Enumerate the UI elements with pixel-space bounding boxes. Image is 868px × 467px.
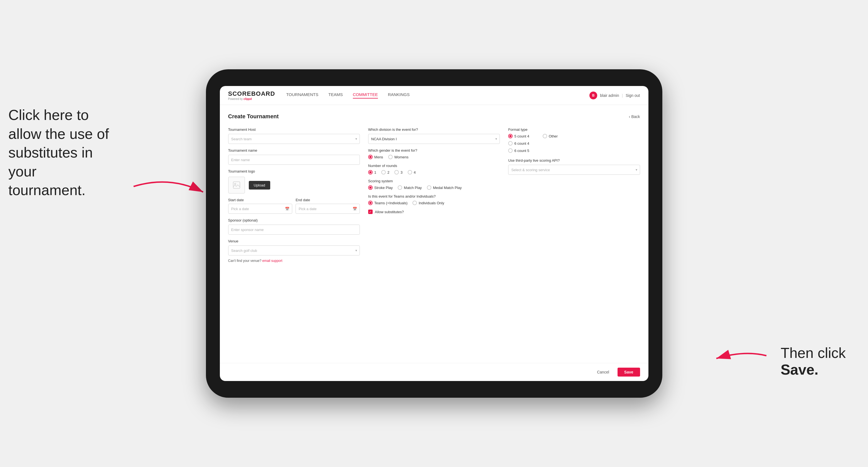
app-logo: SCOREBOARD Powered by clippd [228, 90, 275, 100]
format-other-radio[interactable] [543, 134, 547, 138]
division-select-wrapper: NCAA Division I ▾ [368, 134, 500, 144]
gender-mens[interactable]: Mens [368, 155, 383, 159]
scoring-stroke-label: Stroke Play [374, 186, 393, 190]
rounds-1-radio[interactable] [368, 170, 373, 175]
rounds-3[interactable]: 3 [394, 170, 402, 175]
user-name: blair admin [600, 93, 619, 98]
tournament-host-input[interactable] [228, 134, 360, 144]
svg-point-3 [234, 183, 236, 185]
gender-mens-radio[interactable] [368, 155, 373, 159]
start-date-label: Start date [228, 198, 292, 202]
tournament-name-group: Tournament name [228, 148, 360, 165]
rounds-3-label: 3 [400, 170, 402, 175]
allow-substitutes-group: Allow substitutes? [368, 210, 500, 214]
page-header: Create Tournament ‹ Back [228, 113, 640, 120]
nav-tournaments[interactable]: TOURNAMENTS [286, 92, 318, 98]
start-date-group: Start date 📅 [228, 198, 292, 214]
nav-teams[interactable]: TEAMS [329, 92, 343, 98]
format-other[interactable]: Other [543, 134, 558, 138]
rounds-4-radio[interactable] [408, 170, 412, 175]
upload-button[interactable]: Upload [249, 181, 270, 189]
scoring-api-wrapper: Select & scoring service ▾ [508, 165, 640, 175]
page-content: Create Tournament ‹ Back Tournament Host… [220, 105, 648, 363]
event-teams-radio[interactable] [368, 201, 373, 205]
venue-input[interactable] [228, 246, 360, 255]
allow-substitutes-checkbox[interactable] [368, 210, 373, 214]
nav-committee[interactable]: COMMITTEE [353, 92, 378, 98]
date-group: Start date 📅 End date 📅 [228, 198, 360, 214]
sponsor-input[interactable] [228, 225, 360, 235]
scoring-medal-label: Medal Match Play [433, 186, 462, 190]
rounds-2-radio[interactable] [381, 170, 386, 175]
scoring-medal-radio[interactable] [427, 185, 431, 190]
gender-group: Which gender is the event for? Mens Wome… [368, 148, 500, 159]
allow-substitutes-label: Allow substitutes? [375, 210, 404, 214]
logo-powered: Powered by clippd [228, 97, 275, 100]
scoring-system-label: Scoring system [368, 179, 500, 183]
gender-womens-radio[interactable] [388, 155, 393, 159]
tournament-name-input[interactable] [228, 155, 360, 165]
cancel-button[interactable]: Cancel [592, 368, 614, 377]
scoring-radio-group: Stroke Play Match Play Medal Match Play [368, 185, 500, 190]
format-options: 5 count 4 Other 6 count 4 [508, 134, 640, 153]
event-teams[interactable]: Teams (+Individuals) [368, 201, 408, 205]
image-icon [232, 181, 241, 189]
format-6count4[interactable]: 6 count 4 [508, 141, 640, 146]
nav-rankings[interactable]: RANKINGS [388, 92, 410, 98]
tablet-screen: SCOREBOARD Powered by clippd TOURNAMENTS… [220, 86, 648, 381]
scoring-stroke-radio[interactable] [368, 185, 373, 190]
form-column-1: Tournament Host ▾ Tournament name Tourna… [228, 127, 360, 263]
rounds-4-label: 4 [414, 170, 416, 175]
sponsor-group: Sponsor (optional) [228, 218, 360, 235]
end-date-input[interactable] [296, 204, 360, 214]
end-date-wrapper: 📅 [296, 204, 360, 214]
tournament-name-label: Tournament name [228, 148, 360, 153]
rounds-1[interactable]: 1 [368, 170, 376, 175]
format-6count4-radio[interactable] [508, 141, 513, 146]
scoring-match-radio[interactable] [398, 185, 402, 190]
rounds-3-radio[interactable] [394, 170, 399, 175]
division-group: Which division is the event for? NCAA Di… [368, 127, 500, 144]
gender-label: Which gender is the event for? [368, 148, 500, 153]
scoring-stroke-play[interactable]: Stroke Play [368, 185, 393, 190]
logo-scoreboard: SCOREBOARD [228, 90, 275, 97]
format-5count4-label: 5 count 4 [514, 134, 529, 138]
annotation-left: Click here to allow the use of substitut… [8, 106, 114, 200]
start-date-input[interactable] [228, 204, 292, 214]
format-6count5-radio[interactable] [508, 148, 513, 153]
navigation: SCOREBOARD Powered by clippd TOURNAMENTS… [220, 86, 648, 105]
tournament-host-group: Tournament Host ▾ [228, 127, 360, 144]
tablet-device: SCOREBOARD Powered by clippd TOURNAMENTS… [206, 69, 662, 398]
event-teams-label: Teams (+Individuals) [374, 201, 408, 205]
format-5count4[interactable]: 5 count 4 [508, 134, 529, 138]
start-date-wrapper: 📅 [228, 204, 292, 214]
scoring-medal-match[interactable]: Medal Match Play [427, 185, 462, 190]
format-type-label: Format type [508, 127, 640, 132]
save-button[interactable]: Save [618, 368, 640, 377]
sign-out-link[interactable]: Sign out [626, 93, 640, 98]
scoring-api-select[interactable]: Select & scoring service [508, 165, 640, 175]
scoring-system-group: Scoring system Stroke Play Match Play [368, 179, 500, 190]
rounds-1-label: 1 [374, 170, 376, 175]
logo-placeholder [228, 177, 245, 193]
allow-substitutes-checkbox-item[interactable]: Allow substitutes? [368, 210, 500, 214]
rounds-4[interactable]: 4 [408, 170, 416, 175]
date-row: Start date 📅 End date 📅 [228, 198, 360, 214]
venue-group: Venue ▾ Can't find your venue? email sup… [228, 239, 360, 263]
back-button[interactable]: ‹ Back [629, 114, 640, 119]
scoring-match-play[interactable]: Match Play [398, 185, 422, 190]
event-individuals[interactable]: Individuals Only [412, 201, 444, 205]
nav-user: B blair admin | Sign out [589, 92, 640, 99]
tournament-host-input-wrapper: ▾ [228, 134, 360, 144]
end-date-group: End date 📅 [296, 198, 360, 214]
division-label: Which division is the event for? [368, 127, 500, 132]
tournament-logo-label: Tournament logo [228, 169, 360, 174]
email-support-link[interactable]: email support [262, 259, 282, 263]
format-6count5[interactable]: 6 count 5 [508, 148, 640, 153]
gender-womens[interactable]: Womens [388, 155, 408, 159]
division-select[interactable]: NCAA Division I [368, 134, 500, 144]
svg-rect-2 [233, 182, 240, 188]
event-individuals-radio[interactable] [412, 201, 417, 205]
format-5count4-radio[interactable] [508, 134, 513, 138]
rounds-2[interactable]: 2 [381, 170, 389, 175]
